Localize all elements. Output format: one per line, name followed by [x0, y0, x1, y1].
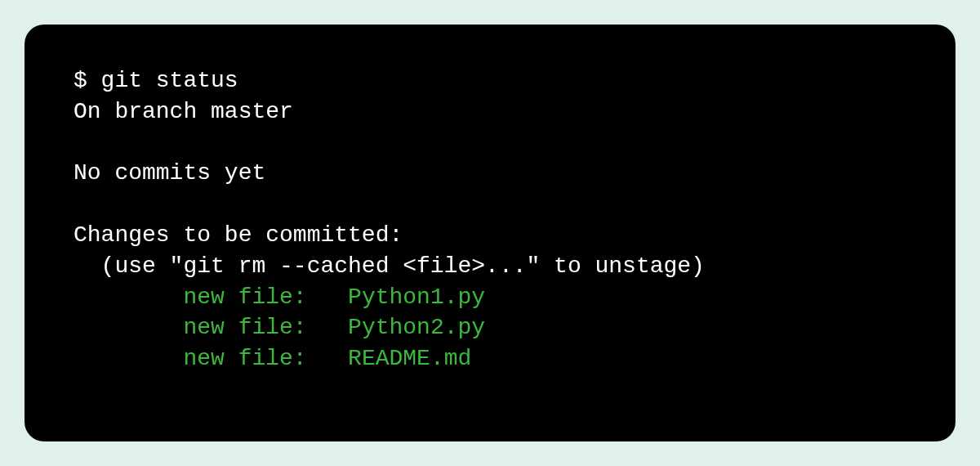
terminal-window[interactable]: $ git status On branch master No commits… — [24, 25, 956, 441]
unstage-hint: (use "git rm --cached <file>..." to unst… — [74, 251, 906, 282]
prompt: $ — [74, 68, 101, 93]
blank-line — [74, 128, 906, 159]
file-status: new file: — [183, 315, 306, 340]
file-name: Python2.py — [348, 315, 485, 340]
commits-info: No commits yet — [74, 158, 906, 189]
staged-file: new file: Python1.py — [74, 282, 906, 313]
file-name: README.md — [348, 346, 471, 371]
file-status: new file: — [183, 285, 306, 310]
branch-info: On branch master — [74, 96, 906, 128]
command-text: git status — [101, 68, 238, 93]
file-name: Python1.py — [348, 285, 485, 310]
command-line: $ git status — [74, 65, 906, 96]
blank-line — [74, 189, 906, 220]
changes-header: Changes to be committed: — [74, 220, 906, 251]
staged-file: new file: Python2.py — [74, 312, 906, 343]
staged-file: new file: README.md — [74, 343, 906, 374]
file-status: new file: — [183, 346, 306, 371]
